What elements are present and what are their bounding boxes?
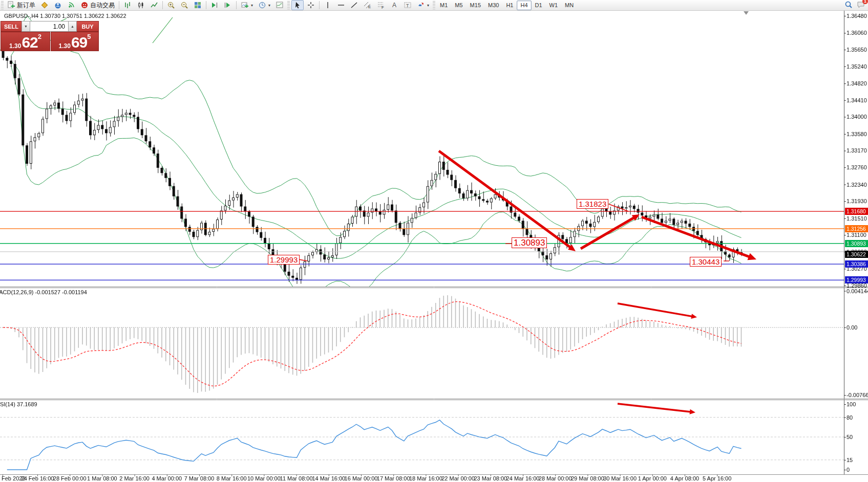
gold-tag-icon: [40, 1, 49, 9]
timeframe-m15-button[interactable]: M15: [467, 1, 484, 10]
date-axis-label: 22 Mar 00:00: [441, 475, 475, 481]
timeframe-m5-button[interactable]: M5: [451, 1, 466, 10]
horizontal-line-tool-button[interactable]: [335, 0, 347, 10]
date-axis-label: 14 Mar 16:00: [312, 475, 345, 481]
candlestick-icon: [137, 1, 145, 9]
date-axis-label: 24 Mar 16:00: [506, 475, 540, 481]
buy-price-quote[interactable]: 1.30 69 5: [51, 32, 99, 51]
sell-price-quote[interactable]: 1.30 62 2: [1, 32, 50, 51]
chart-canvas[interactable]: [0, 0, 868, 482]
gold-tag-button[interactable]: [38, 0, 51, 10]
svg-text:A: A: [392, 2, 396, 9]
auto-scroll-icon: [210, 1, 219, 9]
auto-trading-button-label: 自动交易: [90, 1, 115, 10]
vertical-line-tool-button[interactable]: [322, 0, 334, 10]
main-toolbar: 新订单自动交易▾▾EFAT▾M1M5M15M30H1H4D1W1MN1: [0, 0, 868, 11]
toolbar-separator: [319, 1, 320, 9]
zoom-in-button[interactable]: [165, 0, 177, 10]
clock-icon: [258, 1, 266, 9]
timeframe-h1-button[interactable]: H1: [502, 1, 517, 10]
price-annotation-label[interactable]: 1.31823: [577, 199, 608, 209]
volume-increase-button[interactable]: ▲: [68, 21, 77, 32]
new-order-button-label: 新订单: [17, 1, 35, 10]
hline-icon: [337, 1, 345, 9]
new-order-button[interactable]: 新订单: [5, 0, 37, 10]
bar-chart-button[interactable]: [121, 0, 134, 10]
price-level-tag: 1.30386: [845, 260, 868, 268]
timeframe-m30-button[interactable]: M30: [484, 1, 502, 10]
crosshair-tool-button[interactable]: [305, 0, 317, 10]
toolbar-grip[interactable]: [433, 1, 435, 9]
date-axis-label: 2 Mar 16:00: [119, 475, 150, 481]
text-tool-button[interactable]: A: [388, 0, 400, 10]
auto-scroll-button[interactable]: [208, 0, 221, 10]
volume-input[interactable]: 1.00: [30, 21, 68, 32]
timeframe-h4-button[interactable]: H4: [517, 1, 531, 10]
cursor-tool-button[interactable]: [291, 0, 304, 10]
sell-price-sup: 2: [38, 34, 41, 40]
buy-button[interactable]: BUY: [77, 21, 99, 32]
tile-windows-button[interactable]: [192, 0, 204, 10]
tile-windows-icon: [194, 1, 202, 9]
toolbar-separator: [119, 1, 119, 9]
date-axis-label: 18 Mar 16:00: [409, 475, 442, 481]
macd-axis-tick: -0.007664: [846, 392, 868, 398]
trendline-icon: [350, 1, 358, 9]
date-axis-label: 23 Mar 08:00: [474, 475, 507, 481]
signals-button[interactable]: [65, 0, 77, 10]
date-axis-label: 11 Mar 08:00: [280, 475, 313, 481]
toolbar-grip[interactable]: [287, 1, 290, 9]
toolbar-grip[interactable]: [1, 1, 4, 9]
fibonacci-tool-button[interactable]: F: [375, 0, 387, 10]
community-icon: [54, 1, 62, 9]
periods-button[interactable]: ▾: [256, 0, 272, 10]
date-axis-label: 4 Apr 08:00: [670, 475, 699, 481]
new-chart-button[interactable]: ▾: [239, 0, 255, 10]
svg-text:F: F: [382, 5, 384, 9]
timeframe-mn-button[interactable]: MN: [561, 1, 577, 10]
new-chart-icon: [241, 1, 249, 9]
timeframe-w1-button[interactable]: W1: [546, 1, 562, 10]
label-icon: T: [404, 1, 412, 9]
price-axis-tick: 1.34410: [846, 97, 867, 103]
price-axis-tick: 1.32340: [846, 182, 867, 188]
auto-trading-button[interactable]: 自动交易: [78, 0, 117, 10]
price-axis-tick: 1.34000: [846, 114, 867, 120]
price-axis-tick: 1.33170: [846, 147, 867, 154]
price-annotation-label[interactable]: 1.30893: [512, 237, 547, 248]
timeframe-d1-button[interactable]: D1: [532, 1, 546, 10]
price-level-tag: 1.31256: [845, 225, 868, 232]
timeframe-m1-button[interactable]: M1: [436, 1, 451, 10]
auto-trading-icon: [80, 1, 89, 9]
trendline-tool-button[interactable]: [348, 0, 361, 10]
rsi-axis-tick: 100: [846, 401, 856, 407]
volume-decrease-button[interactable]: ▼: [22, 21, 30, 32]
channel-icon: E: [364, 1, 372, 9]
candlestick-chart-button[interactable]: [135, 0, 147, 10]
price-axis-tick: 1.33580: [846, 131, 867, 137]
channel-tool-button[interactable]: E: [362, 0, 374, 10]
chart-shift-icon: [224, 1, 232, 9]
price-axis-tick: 1.32760: [846, 164, 867, 170]
label-tool-button[interactable]: T: [401, 0, 414, 10]
price-axis-tick: 1.31100: [846, 232, 866, 238]
chat-icon[interactable]: 1: [857, 1, 865, 10]
price-annotation-label[interactable]: 1.29993: [268, 255, 300, 265]
templates-button[interactable]: [273, 0, 286, 10]
line-chart-button[interactable]: [148, 0, 160, 10]
sell-button[interactable]: SELL: [1, 21, 22, 32]
notification-badge: 1: [862, 0, 868, 4]
chart-shift-button[interactable]: [222, 0, 234, 10]
zoom-out-button[interactable]: [178, 0, 190, 10]
current-price-tag: 1.30622: [845, 251, 868, 258]
community-button[interactable]: [52, 0, 64, 10]
date-axis-label: 1 Mar 08:00: [87, 475, 117, 481]
arrows-icon: [417, 1, 425, 9]
price-annotation-label[interactable]: 1.30443: [690, 257, 722, 267]
search-icon[interactable]: [844, 1, 853, 10]
rsi-axis-tick: 80: [846, 414, 853, 421]
price-level-tag: 1.30893: [845, 240, 868, 247]
arrows-tool-button[interactable]: ▾: [415, 0, 431, 10]
symbol-info: GBPUSD-,H4 1.30730 1.30751 1.30622 1.306…: [4, 13, 126, 19]
date-axis-label: 16 Mar 00:00: [345, 475, 378, 481]
